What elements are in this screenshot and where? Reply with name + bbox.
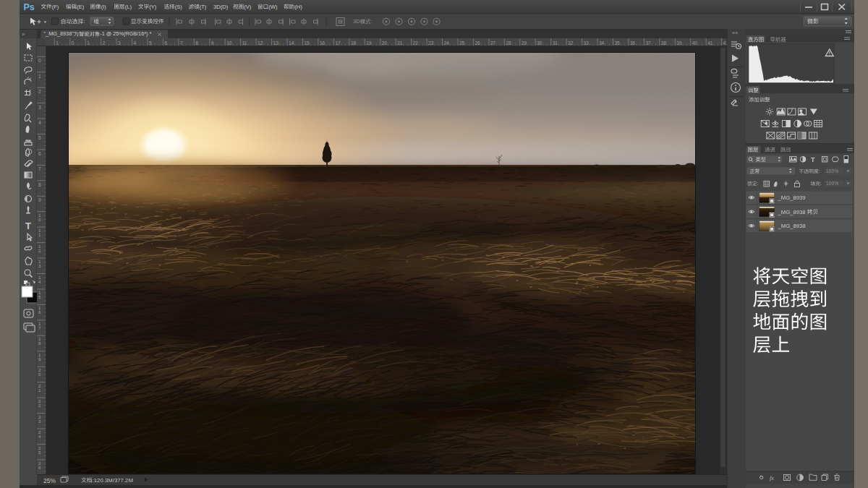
- svg-text:(E): (E): [77, 4, 85, 10]
- svg-text:3: 3: [38, 419, 41, 424]
- svg-text:25%: 25%: [43, 477, 56, 484]
- svg-text:15: 15: [305, 40, 310, 46]
- svg-text:26: 26: [475, 40, 480, 46]
- svg-text:fx: fx: [770, 475, 774, 481]
- svg-text:_MG_8938: _MG_8938: [778, 209, 806, 215]
- svg-text:23: 23: [428, 40, 434, 46]
- svg-text:««: ««: [732, 30, 738, 36]
- svg-text:24: 24: [444, 40, 450, 46]
- svg-text:"_MG_8938": "_MG_8938": [44, 30, 75, 37]
- svg-text:33: 33: [584, 40, 590, 46]
- svg-text:34: 34: [599, 40, 605, 46]
- svg-text:(Y): (Y): [149, 4, 157, 10]
- svg-text:5: 5: [38, 294, 41, 299]
- svg-text:35: 35: [615, 40, 621, 46]
- svg-text:3: 3: [38, 105, 41, 110]
- svg-text:1: 1: [38, 232, 41, 237]
- svg-text:7: 7: [38, 166, 41, 171]
- svg-text:39: 39: [676, 40, 682, 46]
- svg-text:9: 9: [38, 356, 41, 361]
- svg-text:27: 27: [490, 40, 496, 46]
- svg-text:8: 8: [38, 182, 41, 187]
- svg-text:(T): (T): [200, 4, 207, 10]
- svg-text:6: 6: [38, 151, 41, 156]
- svg-text:T: T: [25, 221, 31, 231]
- svg-text::120.3M/377.2M: :120.3M/377.2M: [93, 477, 133, 484]
- svg-text:30: 30: [537, 40, 542, 46]
- svg-text:5: 5: [38, 450, 41, 455]
- svg-text:(W): (W): [268, 4, 278, 10]
- svg-text:2: 2: [38, 403, 41, 408]
- svg-text:3D: 3D: [353, 18, 360, 25]
- svg-text:6: 6: [38, 465, 41, 470]
- svg-text::: :: [819, 168, 820, 174]
- svg-text:1: 1: [38, 388, 41, 393]
- svg-text:18: 18: [351, 40, 357, 46]
- svg-text:4: 4: [38, 120, 41, 125]
- svg-text:(I): (I): [101, 4, 107, 10]
- svg-text::: :: [757, 181, 759, 186]
- svg-text:37: 37: [645, 40, 651, 46]
- svg-text:»: »: [22, 31, 25, 38]
- svg-text::: :: [84, 18, 85, 25]
- svg-text:1: 1: [38, 74, 41, 79]
- svg-text:0: 0: [38, 58, 41, 63]
- svg-text:41: 41: [707, 40, 713, 46]
- svg-text:0: 0: [38, 372, 41, 377]
- svg-text:13: 13: [273, 40, 279, 46]
- svg-text:_MG_8938: _MG_8938: [778, 223, 806, 229]
- svg-text:16: 16: [320, 40, 326, 46]
- svg-text:2: 2: [38, 248, 41, 253]
- svg-text::: :: [371, 18, 373, 25]
- svg-text:2: 2: [38, 89, 41, 94]
- svg-text:3D(D): 3D(D): [213, 4, 229, 10]
- svg-text:_MG_8939: _MG_8939: [778, 194, 806, 201]
- svg-text:19: 19: [366, 40, 372, 46]
- svg-text:0: 0: [38, 217, 41, 222]
- svg-text:100%: 100%: [826, 181, 838, 186]
- svg-text:(S): (S): [175, 4, 183, 10]
- svg-text:4: 4: [38, 279, 41, 284]
- svg-text:T: T: [811, 156, 815, 163]
- svg-text:(V): (V): [244, 4, 252, 10]
- svg-text:22: 22: [413, 40, 419, 46]
- svg-text:21: 21: [397, 40, 403, 46]
- svg-text:(F): (F): [52, 4, 59, 10]
- svg-text:7: 7: [38, 325, 41, 330]
- svg-text:38: 38: [661, 40, 667, 46]
- svg-text:17: 17: [335, 40, 341, 46]
- svg-text:20: 20: [382, 40, 388, 46]
- svg-text:28: 28: [506, 40, 511, 46]
- svg-text:4: 4: [38, 434, 41, 439]
- svg-text:31: 31: [553, 40, 558, 46]
- svg-text:(H): (H): [294, 4, 302, 10]
- svg-text:5: 5: [38, 135, 41, 140]
- svg-text:36: 36: [630, 40, 636, 46]
- svg-text:32: 32: [568, 40, 574, 46]
- svg-text:25: 25: [459, 40, 465, 46]
- svg-text:9: 9: [38, 197, 41, 202]
- svg-text:3: 3: [38, 263, 41, 268]
- svg-text:-1 @ 25%(RGB/16*) *: -1 @ 25%(RGB/16*) *: [100, 30, 151, 37]
- svg-text:40: 40: [692, 40, 698, 46]
- svg-text:10: 10: [226, 40, 232, 46]
- svg-text:(L): (L): [125, 4, 132, 10]
- svg-text:100%: 100%: [826, 168, 838, 174]
- svg-text:8: 8: [38, 341, 41, 346]
- svg-text:12: 12: [258, 40, 263, 46]
- svg-text:Ps: Ps: [24, 2, 35, 12]
- svg-text:14: 14: [289, 40, 294, 46]
- svg-text:29: 29: [522, 40, 527, 46]
- svg-text:6: 6: [38, 309, 41, 314]
- svg-text::: :: [820, 181, 822, 186]
